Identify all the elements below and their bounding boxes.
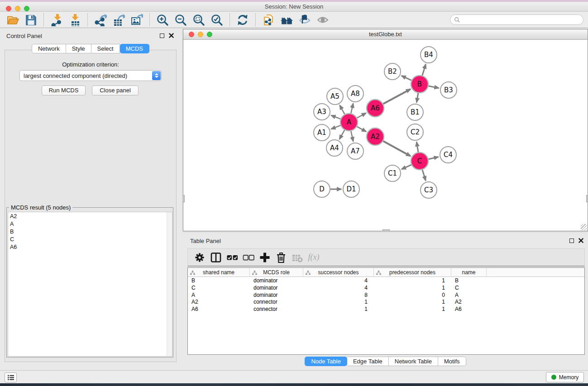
graph-edge-B-B1[interactable] (417, 93, 418, 103)
column-header-successor-nodes[interactable]: successor nodes (303, 268, 374, 276)
export-image-icon[interactable] (129, 13, 144, 27)
network-window-titlebar[interactable]: testGlobe.txt (183, 29, 588, 40)
column-header-MCDS-role[interactable]: MCDS role (250, 268, 303, 276)
import-network-icon[interactable] (49, 13, 64, 27)
graph-node-C3[interactable] (421, 182, 437, 198)
tab-style[interactable]: Style (66, 44, 91, 53)
export-network-icon[interactable] (93, 13, 108, 27)
graph-edge-A-A6[interactable] (357, 113, 366, 118)
graph-node-A5[interactable] (327, 88, 343, 105)
frame-resize-handle-left[interactable] (183, 195, 185, 202)
float-panel-icon[interactable] (160, 33, 164, 38)
tab-network[interactable]: Network (32, 44, 66, 53)
graph-edge-A-A8[interactable] (351, 104, 353, 114)
graph-edge-B-B3[interactable] (429, 86, 439, 88)
graph-node-A2[interactable] (367, 128, 384, 145)
graph-edge-A-A3[interactable] (331, 115, 341, 119)
result-scrollbar[interactable] (167, 212, 172, 356)
graph-node-B3[interactable] (440, 82, 457, 98)
result-list-item[interactable]: C (8, 235, 172, 243)
close-panel-icon[interactable] (169, 33, 174, 38)
export-table-icon[interactable] (111, 13, 126, 27)
graph-node-C4[interactable] (440, 147, 456, 163)
graph-edge-A-A2[interactable] (357, 127, 366, 132)
tab-motifs[interactable]: Motifs (438, 357, 466, 366)
delete-rows-icon[interactable] (273, 250, 289, 265)
graph-edge-C-C1[interactable] (402, 165, 411, 169)
split-view-icon[interactable] (208, 250, 224, 265)
criterion-dropdown[interactable]: largest connected component (directed) (19, 70, 162, 81)
zoom-out-icon[interactable] (173, 13, 188, 27)
graph-node-A[interactable] (340, 114, 358, 131)
tab-select[interactable]: Select (91, 44, 120, 53)
tab-edge-table[interactable]: Edge Table (347, 357, 389, 366)
run-mcds-button[interactable]: Run MCDS (42, 86, 86, 95)
minimize-window-button[interactable] (15, 6, 20, 11)
unselect-all-icon[interactable] (240, 250, 257, 265)
close-table-panel-icon[interactable] (578, 238, 583, 243)
open-file-icon[interactable] (5, 13, 20, 27)
float-table-panel-icon[interactable] (569, 238, 574, 243)
close-panel-button[interactable]: Close panel (92, 86, 139, 95)
graph-edge-A-A1[interactable] (331, 125, 341, 129)
tab-node-table[interactable]: Node Table (305, 357, 347, 366)
zoom-fit-icon[interactable] (191, 13, 206, 27)
settings-icon[interactable] (191, 250, 208, 265)
save-session-icon[interactable] (23, 13, 38, 27)
graph-node-C1[interactable] (384, 165, 401, 181)
frame-resize-handle-right[interactable] (586, 195, 588, 202)
import-table-icon[interactable] (67, 13, 82, 27)
graph-edge-C-C2[interactable] (416, 142, 418, 152)
refresh-view-icon[interactable] (235, 13, 250, 27)
network-snapshot-icon[interactable] (261, 13, 276, 27)
graph-edge-A-A4[interactable] (339, 130, 344, 139)
table-row[interactable]: A2connector11A2 (188, 298, 584, 305)
table-row[interactable]: A6connector11A6 (188, 305, 584, 313)
zoom-view-button[interactable] (207, 32, 212, 37)
graph-edge-B-B2[interactable] (402, 76, 411, 80)
graph-edge-A-A5[interactable] (340, 105, 345, 114)
graph-edge-A6-B[interactable] (383, 89, 411, 104)
table-row[interactable]: Cdominator41C (188, 284, 584, 291)
memory-button[interactable]: Memory (546, 372, 584, 382)
graph-edge-A-A7[interactable] (351, 131, 353, 142)
network-canvas[interactable]: B4B2BB3A8A5A6A3B1AC2A1A2A4A7C4CC1C3DD1 (183, 40, 588, 231)
graph-node-B1[interactable] (407, 104, 423, 120)
show-eye-icon[interactable] (315, 13, 330, 27)
graph-node-C2[interactable] (407, 124, 423, 140)
task-history-button[interactable] (5, 372, 17, 382)
graph-node-A4[interactable] (326, 140, 343, 156)
graph-edge-B-B4[interactable] (422, 64, 426, 76)
graph-edge-C-C4[interactable] (429, 157, 439, 159)
graph-node-A6[interactable] (367, 100, 384, 117)
graph-node-B[interactable] (411, 76, 428, 93)
graph-edge-C-C3[interactable] (422, 170, 425, 181)
graph-node-A8[interactable] (347, 86, 363, 102)
frame-resize-handle-bottom[interactable] (382, 229, 390, 231)
table-row[interactable]: Bdominator41B (188, 277, 584, 284)
column-header-name[interactable]: name (451, 268, 487, 276)
search-input[interactable] (450, 14, 583, 25)
graph-node-B4[interactable] (421, 47, 437, 63)
graph-node-A1[interactable] (314, 124, 330, 141)
mcds-result-list[interactable]: A2ABCA6 (8, 212, 172, 357)
graph-node-D[interactable] (314, 181, 330, 197)
zoom-in-icon[interactable] (155, 13, 170, 27)
add-column-icon[interactable] (257, 250, 273, 265)
graph-node-B2[interactable] (384, 63, 401, 80)
graph-node-A7[interactable] (347, 143, 363, 159)
graph-node-A3[interactable] (314, 104, 330, 120)
minimize-view-button[interactable] (198, 32, 203, 37)
graph-edge-A2-C[interactable] (383, 141, 411, 156)
hide-style-icon[interactable] (297, 13, 312, 27)
tab-network-table[interactable]: Network Table (389, 357, 438, 366)
tab-mcds[interactable]: MCDS (120, 44, 149, 53)
close-window-button[interactable] (6, 6, 11, 11)
select-all-icon[interactable] (224, 250, 240, 265)
column-header-shared-name[interactable]: shared name (188, 268, 250, 276)
result-list-item[interactable]: B (8, 228, 172, 235)
graph-node-D1[interactable] (343, 181, 359, 197)
table-row[interactable]: Adominator80A (188, 291, 584, 299)
result-list-item[interactable]: A6 (8, 243, 172, 251)
close-view-button[interactable] (189, 32, 194, 37)
